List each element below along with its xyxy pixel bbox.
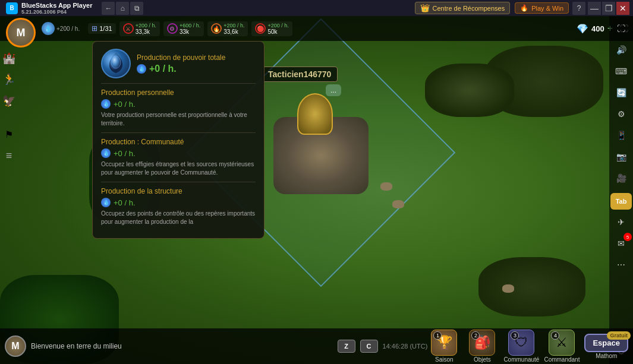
left-icon-bird[interactable]: 🦅: [1, 93, 17, 109]
tab-communaute[interactable]: 3 🛡 Communauté: [503, 330, 539, 363]
section1-title: Production personnelle: [101, 88, 256, 97]
player-name-tag: Tacticien146770: [262, 67, 338, 82]
popup-divider-2: [101, 132, 256, 133]
player-avatar[interactable]: M: [6, 18, 36, 48]
z-key-button[interactable]: Z: [338, 340, 355, 353]
nav-controls: ← ⌂ ⧉: [98, 2, 147, 15]
popup-panel: Production de pouvoir totale 💧 +0 / h. P…: [92, 41, 264, 239]
popup-header: Production de pouvoir totale 💧 +0 / h.: [101, 49, 256, 78]
popup-section-2: Production : Communauté 💧 +0 / h. Occupe…: [101, 138, 256, 177]
espace-badge: Gratuit: [607, 331, 631, 340]
res2-rate: +600 / h.: [179, 23, 200, 29]
communaute-label: Communauté: [503, 356, 539, 363]
right-sidebar: ⛶ 🔊 ⌨ 🔄 ⚙ 📱 📷 🎥 Tab ✈ ✉ 5 ⋯ ⚙: [609, 16, 633, 364]
help-button[interactable]: ?: [572, 2, 585, 15]
section3-icon: 💧: [101, 198, 111, 207]
res4-amount: 50k: [267, 29, 288, 35]
section3-title: Production de la structure: [101, 187, 256, 195]
left-sidebar: 🏰 🏃 🦅 ⚑ ≡: [0, 48, 18, 166]
section2-value: +0 / h.: [114, 149, 136, 158]
tab-commandant[interactable]: 4 ⚔ Commandant: [544, 330, 580, 363]
objets-label: Objets: [474, 356, 491, 363]
resource-1-icon: ⚔: [123, 23, 134, 34]
res1-amount: 33,3k: [136, 29, 156, 35]
left-icon-runner[interactable]: 🏃: [1, 71, 17, 88]
close-button[interactable]: ✕: [616, 2, 629, 15]
gem-icon: 💎: [577, 23, 588, 34]
tab-button[interactable]: Tab: [610, 193, 632, 210]
crown-rewards-button[interactable]: 👑 Centre de Récompenses: [415, 2, 511, 14]
popup-divider-1: [101, 83, 256, 84]
commandant-tab-icon: 4 ⚔: [549, 330, 575, 356]
objets-tab-icon: 2 🎒: [469, 330, 495, 356]
topbar-center: 👑 Centre de Récompenses 🔥 Play & Win: [415, 2, 569, 14]
res1-rate: +200 / h.: [136, 23, 156, 29]
bottom-message: Bienvenue en terre du milieu: [31, 342, 338, 350]
sidebar-screenshot-icon[interactable]: 📷: [612, 148, 630, 166]
chat-bubble: ...: [326, 84, 341, 96]
grid-icon: ⊞: [92, 24, 97, 33]
gem-group: 💎 400 +: [577, 23, 613, 34]
section1-value: +0 / h.: [114, 100, 136, 109]
popup-section-1: Production personnelle 💧 +0 / h. Votre p…: [101, 88, 256, 128]
resource-item-grid: ⊞ 1/31: [88, 23, 115, 34]
minimize-button[interactable]: —: [588, 2, 601, 15]
crown-icon: 👑: [420, 4, 430, 12]
sidebar-settings-icon[interactable]: ⚙: [612, 105, 630, 123]
popup-value-icon: 💧: [137, 64, 146, 74]
timestamp: 14:46:28 (UTC): [383, 343, 428, 350]
section1-icon: 💧: [101, 99, 111, 109]
nav-copy-button[interactable]: ⧉: [130, 2, 143, 15]
espace-container: Espace Gratuit Mathom: [584, 334, 628, 359]
restore-button[interactable]: ❐: [602, 2, 615, 15]
resource-2-icon: ⚙: [167, 23, 178, 34]
section1-desc: Votre production personnelle est proport…: [101, 111, 256, 128]
espace-button[interactable]: Espace Gratuit: [584, 334, 628, 352]
grid-count: 1/31: [99, 25, 112, 32]
play-win-button[interactable]: 🔥 Play & Win: [515, 2, 569, 14]
sidebar-apps-icon[interactable]: 📱: [612, 126, 630, 144]
espace-label: Espace: [593, 338, 620, 347]
app-version: 5.21.206.1006 P64: [21, 9, 92, 15]
sidebar-keyboard-icon[interactable]: ⌨: [612, 62, 630, 80]
bottom-avatar[interactable]: M: [5, 335, 26, 357]
topbar-right: ? — ❐ ✕: [569, 2, 633, 15]
left-icon-menu[interactable]: ≡: [1, 147, 17, 164]
section3-desc: Occupez des points de contrôle ou des re…: [101, 210, 256, 226]
fire-icon: 🔥: [520, 4, 528, 12]
section2-value-row: 💧 +0 / h.: [101, 148, 256, 158]
sidebar-rotate-icon[interactable]: 🔄: [612, 84, 630, 102]
popup-section-3: Production de la structure 💧 +0 / h. Occ…: [101, 187, 256, 226]
resource-item-3: 🔥 +200 / h. 33,6k: [207, 21, 248, 36]
nav-back-button[interactable]: ←: [102, 2, 115, 15]
sidebar-more-icon[interactable]: ⋯: [612, 256, 630, 274]
nav-home-button[interactable]: ⌂: [116, 2, 129, 15]
tab-objets[interactable]: 2 🎒 Objets: [465, 330, 499, 363]
section1-value-row: 💧 +0 / h.: [101, 99, 256, 109]
tab-saison[interactable]: 1 🏆 Saison: [427, 330, 461, 363]
sidebar-plane-icon[interactable]: ✈: [612, 213, 630, 231]
popup-header-value-row: 💧 +0 / h.: [137, 64, 225, 74]
resource-item-4: 🔴 +200 / h. 50k: [251, 21, 292, 36]
saison-tab-icon: 1 🏆: [431, 330, 457, 356]
mathom-label: Mathom: [596, 353, 617, 359]
popup-header-value: +0 / h.: [149, 64, 177, 74]
city-avatar: [297, 93, 333, 135]
c-key-button[interactable]: C: [360, 340, 378, 353]
play-win-label: Play & Win: [531, 5, 563, 12]
section3-value: +0 / h.: [114, 198, 136, 207]
sidebar-video-icon[interactable]: 🎥: [612, 169, 630, 187]
saison-label: Saison: [435, 356, 454, 363]
section2-desc: Occupez les effigies étranges et les sou…: [101, 160, 256, 177]
left-icon-tower[interactable]: ⚑: [1, 126, 17, 143]
bs-icon: B: [6, 2, 18, 14]
section3-value-row: 💧 +0 / h.: [101, 198, 256, 207]
left-icon-1[interactable]: 🏰: [1, 50, 17, 67]
mail-icon-container: ✉ 5: [612, 235, 630, 252]
power-icon: 💧: [42, 22, 55, 35]
communaute-tab-icon: 3 🛡: [508, 330, 534, 356]
popup-orb-icon: [101, 49, 131, 78]
sidebar-sound-icon[interactable]: 🔊: [612, 41, 630, 59]
sidebar-maximize-icon[interactable]: ⛶: [612, 20, 630, 37]
bottom-bar: M Bienvenue en terre du milieu Z C 14:46…: [0, 328, 633, 364]
